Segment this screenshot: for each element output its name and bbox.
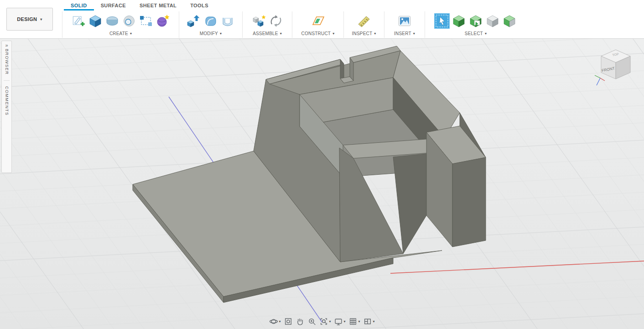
navigation-bar: ▾ ▾ <box>265 316 378 327</box>
green-cube-window-icon[interactable] <box>468 13 483 29</box>
select-dropdown[interactable]: SELECT▾ <box>465 31 487 36</box>
pan-icon[interactable] <box>296 317 304 326</box>
chevron-down-icon: ▾ <box>373 319 375 324</box>
chevron-down-icon: ▾ <box>485 31 487 36</box>
split-cube-icon[interactable] <box>502 13 517 29</box>
modify-dropdown[interactable]: MODIFY▾ <box>200 31 222 36</box>
chevron-down-icon: ▾ <box>413 31 415 36</box>
joint-icon[interactable] <box>268 13 284 29</box>
display-settings-icon[interactable]: ▾ <box>334 317 345 326</box>
group-insert: INSERT▾ <box>384 11 425 38</box>
chevron-down-icon: ▾ <box>329 319 331 324</box>
fit-icon[interactable]: ▾ <box>319 317 331 326</box>
create-sketch-icon[interactable] <box>71 13 86 29</box>
fusion-window: DESIGN ▾ SOLID SURFACE SHEET METAL TOOLS <box>0 0 644 329</box>
workspace-switcher[interactable]: DESIGN ▾ <box>6 8 53 31</box>
toolbar: DESIGN ▾ SOLID SURFACE SHEET METAL TOOLS <box>0 0 644 39</box>
toolbar-groups: CREATE▾ <box>62 11 526 38</box>
revolve-icon[interactable] <box>121 13 137 29</box>
orbit-icon[interactable]: ▾ <box>269 317 280 326</box>
comments-panel-tab[interactable]: COMMENTS <box>5 86 9 116</box>
workspace-label: DESIGN <box>17 16 37 22</box>
chevron-down-icon: ▾ <box>130 31 132 36</box>
rectangular-pattern-icon[interactable] <box>138 13 154 29</box>
group-create: CREATE▾ <box>62 11 179 38</box>
form-icon[interactable] <box>104 13 120 29</box>
chevron-down-icon: ▾ <box>280 31 282 36</box>
group-assemble: ASSEMBLE▾ <box>242 11 292 38</box>
side-rail: » BROWSER COMMENTS <box>1 41 12 173</box>
axis-triad-icon <box>595 75 605 85</box>
chevron-down-icon: ▾ <box>374 31 376 36</box>
inspect-dropdown[interactable]: INSPECT▾ <box>352 31 376 36</box>
group-inspect: INSPECT▾ <box>343 11 384 38</box>
green-cube-icon[interactable] <box>451 13 467 29</box>
viewport-canvas <box>0 39 644 329</box>
chevron-down-icon: ▾ <box>343 319 345 324</box>
group-modify: MODIFY▾ <box>179 11 242 38</box>
rail-divider <box>4 80 10 81</box>
tab-solid[interactable]: SOLID <box>64 0 94 10</box>
gray-cube-icon[interactable] <box>485 13 500 29</box>
construct-dropdown[interactable]: CONSTRUCT▾ <box>301 31 335 36</box>
box-icon[interactable] <box>88 13 103 29</box>
assemble-dropdown[interactable]: ASSEMBLE▾ <box>253 31 282 36</box>
viewports-icon[interactable]: ▾ <box>364 317 375 326</box>
insert-canvas-icon[interactable] <box>397 13 412 29</box>
view-cube[interactable]: TOP FRONT <box>593 44 637 92</box>
browser-panel-tab[interactable]: BROWSER <box>5 49 9 75</box>
chevron-down-icon: ▾ <box>279 319 280 324</box>
chevron-down-icon: ▾ <box>40 17 42 21</box>
tab-tools[interactable]: TOOLS <box>183 0 215 10</box>
ribbon-tabs: SOLID SURFACE SHEET METAL TOOLS <box>64 0 215 10</box>
insert-dropdown[interactable]: INSERT▾ <box>394 31 415 36</box>
create-dropdown[interactable]: CREATE▾ <box>109 31 132 36</box>
viewport[interactable]: » BROWSER COMMENTS TOP FRONT <box>0 39 644 329</box>
chevron-down-icon: ▾ <box>220 31 222 36</box>
tab-sheet-metal[interactable]: SHEET METAL <box>133 0 183 10</box>
expand-browser-icon[interactable]: » <box>5 42 8 48</box>
group-construct: CONSTRUCT▾ <box>292 11 343 38</box>
zoom-icon[interactable] <box>307 317 316 326</box>
tab-surface[interactable]: SURFACE <box>94 0 133 10</box>
shell-icon[interactable] <box>220 13 235 29</box>
fillet-icon[interactable] <box>203 13 218 29</box>
select-cursor-icon[interactable] <box>434 13 450 29</box>
measure-icon[interactable] <box>356 13 372 29</box>
construction-plane-icon[interactable] <box>310 13 326 29</box>
group-select: SELECT▾ <box>425 11 526 38</box>
chevron-down-icon: ▾ <box>332 31 334 36</box>
look-at-icon[interactable] <box>284 317 292 326</box>
chevron-down-icon: ▾ <box>358 319 360 324</box>
press-pull-icon[interactable] <box>186 13 202 29</box>
grid-settings-icon[interactable]: ▾ <box>349 317 360 326</box>
new-component-icon[interactable] <box>251 13 267 29</box>
coil-icon[interactable] <box>155 13 171 29</box>
